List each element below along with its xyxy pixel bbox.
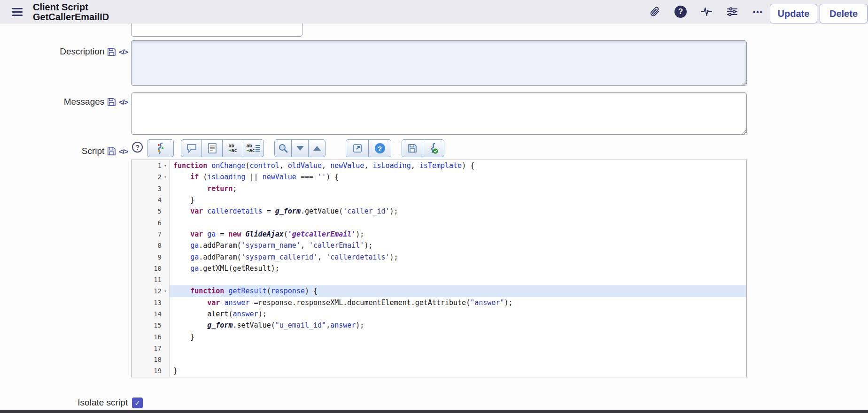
code-line[interactable]: 14 alert(answer); <box>132 308 746 320</box>
code-line[interactable]: 3 return; <box>132 183 746 194</box>
messages-label-row: Messages </> <box>0 97 128 107</box>
code-line[interactable]: 7 var ga = new GlideAjax('getcallerEmail… <box>132 229 746 240</box>
code-line[interactable]: 6 <box>132 217 746 228</box>
line-number-gutter: 3 <box>132 183 170 194</box>
comment-button[interactable] <box>181 139 202 157</box>
code-line[interactable]: 17 <box>132 343 746 354</box>
line-number-gutter: 12▾ <box>132 285 170 297</box>
fold-arrow-icon[interactable]: ▾ <box>162 289 169 293</box>
line-number: 7 <box>158 230 162 238</box>
line-number-gutter: 15 <box>132 320 170 331</box>
delete-button[interactable]: Delete <box>820 4 868 23</box>
search-button[interactable] <box>274 139 292 157</box>
code-line[interactable]: 10 ga.getXML(getResult); <box>132 263 746 274</box>
code-line[interactable]: 15 g_form.setValue("u_email_id",answer); <box>132 320 746 331</box>
editor-help-button[interactable]: ? <box>368 139 391 157</box>
code-text: return; <box>170 183 746 194</box>
page-title: Client Script GetCallerEmailID <box>33 2 109 22</box>
line-number: 16 <box>154 333 162 341</box>
line-number: 9 <box>158 253 162 261</box>
code-line[interactable]: 2▾ if (isLoading || newValue === '') { <box>132 171 746 183</box>
more-icon[interactable]: ••• <box>751 4 766 19</box>
line-number-gutter: 11 <box>132 274 170 285</box>
find-previous-button[interactable] <box>308 139 326 157</box>
find-next-button[interactable] <box>291 139 309 157</box>
code-text: var answer =response.responseXML.documen… <box>170 297 746 308</box>
code-text: ga.addParam('sysparm_callerid', 'callerd… <box>170 251 746 262</box>
code-line[interactable]: 13 var answer =response.responseXML.docu… <box>132 297 746 308</box>
code-line[interactable]: 5 var callerdetails = g_form.getValue('c… <box>132 206 746 217</box>
line-number-gutter: 6 <box>132 217 170 228</box>
line-number: 17 <box>154 344 162 352</box>
update-button[interactable]: Update <box>770 4 817 23</box>
save-field-icon[interactable] <box>107 47 116 56</box>
line-number-gutter: 7 <box>132 229 170 240</box>
format-code-button[interactable] <box>147 139 174 157</box>
line-number-gutter: 10 <box>132 263 170 274</box>
code-text: } <box>170 194 746 206</box>
save-field-icon[interactable] <box>107 147 116 156</box>
line-number-gutter: 14 <box>132 308 170 320</box>
code-text: var ga = new GlideAjax('getcallerEmail')… <box>170 229 746 240</box>
script-label-row: Script </> <box>0 146 128 156</box>
document-button[interactable] <box>202 139 223 157</box>
sliders-icon[interactable] <box>725 4 740 19</box>
messages-textarea[interactable] <box>131 92 747 135</box>
script-label: Script <box>82 146 105 156</box>
replace-button[interactable]: ab➜ac <box>222 139 243 157</box>
isolate-script-checkbox[interactable]: ✓ <box>132 398 143 408</box>
attachment-icon[interactable] <box>647 4 662 19</box>
code-text: } <box>170 331 746 342</box>
fold-arrow-icon[interactable]: ▾ <box>162 163 169 168</box>
script-editor[interactable]: 1▾function onChange(control, oldValue, n… <box>131 160 747 377</box>
code-text: ga.getXML(getResult); <box>170 263 746 274</box>
code-text <box>170 274 746 285</box>
chevron-up-icon <box>313 146 321 151</box>
code-toggle-icon[interactable]: </> <box>119 147 128 155</box>
line-number-gutter: 4 <box>132 194 170 206</box>
code-line[interactable]: 19} <box>132 365 746 376</box>
line-number: 4 <box>158 196 162 204</box>
line-number-gutter: 18 <box>132 354 170 365</box>
line-number-gutter: 17 <box>132 343 170 354</box>
open-window-button[interactable] <box>346 139 369 157</box>
code-line[interactable]: 12▾ function getResult(response) { <box>132 285 746 297</box>
code-toggle-icon[interactable]: </> <box>119 48 128 56</box>
menu-icon[interactable] <box>12 8 23 16</box>
code-text: alert(answer); <box>170 308 746 320</box>
replace-all-button[interactable]: ab➜ac <box>243 139 264 157</box>
code-text <box>170 354 746 365</box>
line-number-gutter: 19 <box>132 365 170 376</box>
code-line[interactable]: 4 } <box>132 194 746 206</box>
code-line[interactable]: 9 ga.addParam('sysparm_callerid', 'calle… <box>132 251 746 262</box>
help-icon[interactable]: ? <box>673 4 688 19</box>
script-editor-toolbar: ? ab➜a <box>131 139 747 160</box>
record-type: Client Script <box>33 2 109 12</box>
code-line[interactable]: 16 } <box>132 331 746 342</box>
code-line[interactable]: 8 ga.addParam('sysparm_name', 'callerEma… <box>132 240 746 251</box>
line-number: 12 <box>154 287 162 295</box>
line-number: 6 <box>158 219 162 227</box>
line-number: 3 <box>158 185 162 192</box>
line-number: 5 <box>158 207 162 215</box>
code-text <box>170 217 746 228</box>
line-number-gutter: 5 <box>132 206 170 217</box>
code-line[interactable]: 1▾function onChange(control, oldValue, n… <box>132 160 746 171</box>
messages-label: Messages <box>64 97 105 107</box>
line-number-gutter: 9 <box>132 251 170 262</box>
fold-arrow-icon[interactable]: ▾ <box>162 175 169 179</box>
isolate-script-label-row: Isolate script <box>0 397 128 409</box>
save-script-button[interactable] <box>402 139 423 157</box>
bottom-divider <box>0 410 868 413</box>
validate-script-button[interactable] <box>423 139 444 157</box>
activity-icon[interactable] <box>699 4 714 19</box>
chevron-down-icon <box>296 146 304 151</box>
description-label: Description <box>60 46 104 57</box>
save-field-icon[interactable] <box>107 98 116 107</box>
editor-help-icon[interactable]: ? <box>132 142 143 153</box>
code-line[interactable]: 18 <box>132 354 746 365</box>
line-number: 8 <box>158 242 162 249</box>
code-toggle-icon[interactable]: </> <box>119 98 128 106</box>
description-textarea[interactable] <box>131 40 747 86</box>
code-line[interactable]: 11 <box>132 274 746 285</box>
